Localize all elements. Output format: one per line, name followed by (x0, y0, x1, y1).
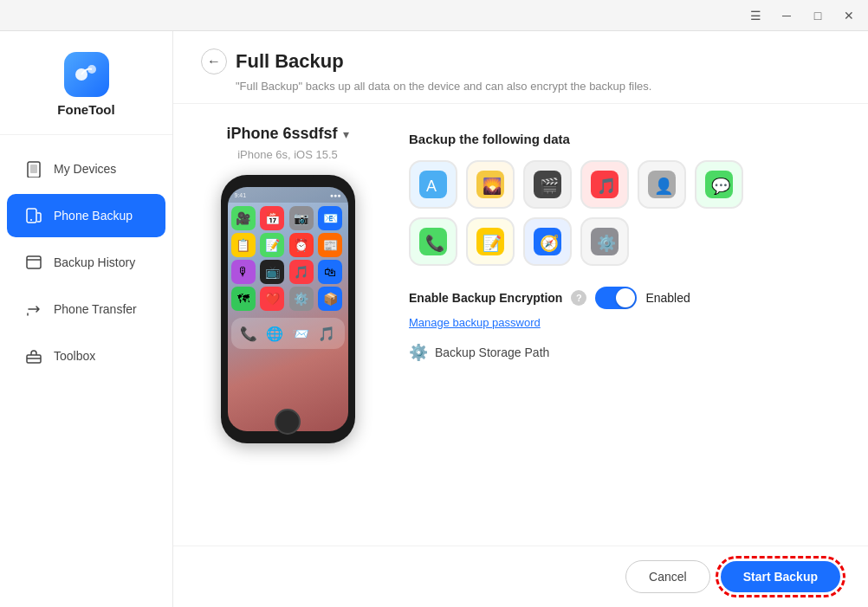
device-selector[interactable]: iPhone 6ssdfsf ▾ (226, 125, 348, 143)
phone-backup-icon (24, 206, 43, 225)
sidebar-item-toolbox-label: Toolbox (54, 349, 95, 363)
minimize-button[interactable]: ─ (774, 3, 799, 28)
phone-dock: 📞🌐📨🎵 (231, 318, 345, 349)
phone-app-12: 🛍 (318, 260, 342, 284)
my-devices-icon (24, 159, 43, 178)
encryption-label: Enable Backup Encryption (409, 291, 562, 305)
phone-app-grid: 🎥 📅 📷 📧 📋 📝 ⏰ 📰 🎙 📺 🎵 🛍 (228, 203, 348, 314)
device-name: iPhone 6ssdfsf (226, 125, 337, 143)
backup-icon-notes[interactable]: 📝 (466, 217, 515, 266)
svg-rect-3 (30, 165, 37, 173)
sidebar-item-my-devices-label: My Devices (54, 162, 116, 176)
phone-app-4: 📧 (318, 206, 342, 230)
svg-point-5 (30, 219, 32, 221)
toggle-knob (616, 288, 635, 307)
backup-icon-safari[interactable]: 🧭 (523, 217, 572, 266)
sidebar: FoneTool My Devices (0, 31, 173, 607)
phone-app-2: 📅 (260, 206, 284, 230)
svg-text:🎬: 🎬 (540, 177, 560, 196)
svg-text:⚙️: ⚙️ (597, 234, 617, 253)
phone-screen: 9:41●●● 🎥 📅 📷 📧 📋 📝 ⏰ 📰 🎙 (228, 187, 348, 431)
phone-app-5: 📋 (231, 233, 256, 257)
svg-text:🌄: 🌄 (483, 177, 502, 196)
app-body: FoneTool My Devices (0, 31, 868, 607)
start-backup-button[interactable]: Start Backup (721, 561, 840, 592)
phone-app-1: 🎥 (231, 206, 256, 230)
cancel-button[interactable]: Cancel (625, 560, 710, 593)
storage-path-row[interactable]: ⚙️ Backup Storage Path (409, 343, 840, 362)
svg-text:👤: 👤 (654, 177, 674, 196)
backup-icon-clips[interactable]: 🎬 (523, 160, 572, 209)
encryption-toggle[interactable] (595, 287, 637, 309)
page-subtitle: "Full Backup" backs up all data on the d… (236, 80, 840, 93)
backup-icon-appstore[interactable]: A (409, 160, 457, 209)
page-title: Full Backup (236, 50, 344, 73)
phone-app-3: 📷 (289, 206, 314, 230)
backup-icon-phone[interactable]: 📞 (409, 217, 457, 266)
encryption-row: Enable Backup Encryption ? Enabled (409, 287, 840, 309)
phone-home-button (275, 409, 301, 435)
sidebar-item-backup-history-label: Backup History (54, 255, 135, 269)
phone-app-11: 🎵 (289, 260, 314, 284)
sidebar-item-phone-backup[interactable]: Phone Backup (7, 194, 165, 237)
footer-bar: Cancel Start Backup (173, 546, 868, 607)
svg-text:📞: 📞 (425, 234, 445, 253)
encryption-status: Enabled (645, 291, 690, 305)
phone-app-6: 📝 (260, 233, 284, 257)
phone-section: iPhone 6ssdfsf ▾ iPhone 6s, iOS 15.5 9:4… (201, 125, 374, 525)
phone-transfer-icon (24, 300, 43, 319)
phone-app-16: 📦 (318, 287, 342, 311)
svg-text:A: A (426, 178, 437, 195)
logo-area: FoneTool (0, 31, 172, 135)
backup-icon-contacts[interactable]: 👤 (638, 160, 686, 209)
backup-icon-music[interactable]: 🎵 (580, 160, 629, 209)
storage-path-label: Backup Storage Path (435, 345, 549, 359)
logo-text: FoneTool (57, 102, 114, 117)
backup-icon-settings[interactable]: ⚙️ (580, 217, 629, 266)
phone-app-9: 🎙 (231, 260, 256, 284)
svg-text:💬: 💬 (711, 177, 731, 196)
backup-icon-messages[interactable]: 💬 (695, 160, 743, 209)
back-button[interactable]: ← (201, 48, 227, 74)
maximize-button[interactable]: □ (806, 3, 830, 28)
help-icon[interactable]: ? (571, 290, 586, 306)
backup-icon-photos[interactable]: 🌄 (466, 160, 515, 209)
svg-text:🎵: 🎵 (597, 177, 617, 196)
sidebar-item-phone-transfer[interactable]: Phone Transfer (7, 287, 165, 331)
backup-section-title: Backup the following data (409, 132, 840, 146)
main-content: ← Full Backup "Full Backup" backs up all… (173, 31, 868, 607)
logo-icon (64, 52, 109, 97)
phone-app-8: 📰 (318, 233, 342, 257)
phone-app-13: 🗺 (231, 287, 256, 311)
sidebar-item-toolbox[interactable]: Toolbox (7, 334, 165, 378)
toolbox-icon (24, 346, 43, 365)
sidebar-item-phone-backup-label: Phone Backup (54, 209, 133, 223)
gear-icon: ⚙️ (409, 343, 428, 362)
svg-text:🧭: 🧭 (540, 234, 560, 253)
device-info: iPhone 6s, iOS 15.5 (237, 148, 338, 161)
sidebar-item-phone-transfer-label: Phone Transfer (54, 302, 137, 316)
manage-password-link[interactable]: Manage backup password (409, 316, 840, 329)
sidebar-item-backup-history[interactable]: Backup History (7, 241, 165, 284)
backup-icons-grid: A 🌄 🎬 🎵 👤 💬 (409, 160, 840, 266)
backup-history-icon (24, 253, 43, 272)
phone-app-15: ⚙️ (289, 287, 314, 311)
backup-section: Backup the following data A 🌄 🎬 🎵 (409, 125, 840, 525)
nav-items: My Devices Phone Backup (0, 135, 172, 390)
page-header: ← Full Backup "Full Backup" backs up all… (173, 31, 868, 104)
phone-app-10: 📺 (260, 260, 284, 284)
chevron-down-icon: ▾ (343, 127, 349, 141)
svg-text:📝: 📝 (483, 234, 502, 253)
phone-mockup: 9:41●●● 🎥 📅 📷 📧 📋 📝 ⏰ 📰 🎙 (221, 175, 355, 443)
svg-rect-6 (27, 256, 41, 268)
content-area: iPhone 6ssdfsf ▾ iPhone 6s, iOS 15.5 9:4… (173, 104, 868, 546)
sidebar-item-my-devices[interactable]: My Devices (7, 147, 165, 190)
phone-app-7: ⏰ (289, 233, 314, 257)
phone-status-bar: 9:41●●● (228, 187, 348, 203)
phone-app-14: ❤️ (260, 287, 284, 311)
title-bar: ☰ ─ □ ✕ (0, 0, 868, 31)
menu-button[interactable]: ☰ (743, 3, 768, 28)
close-button[interactable]: ✕ (837, 3, 861, 28)
